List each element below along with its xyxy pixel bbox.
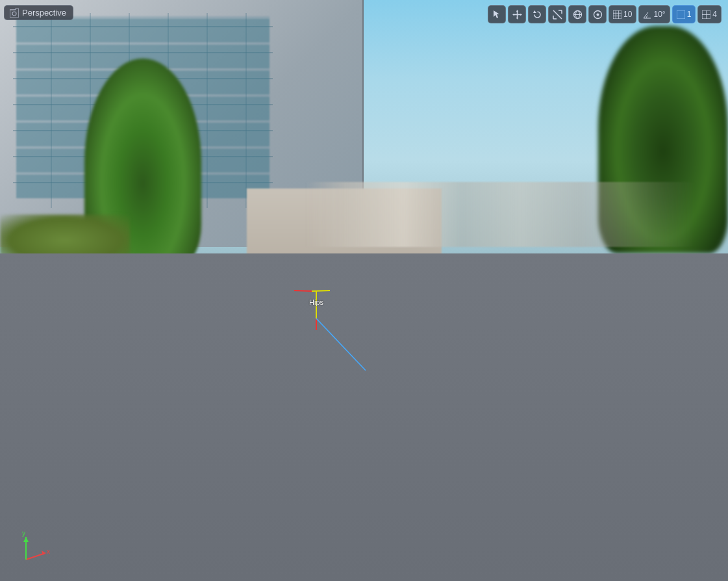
svg-rect-20 <box>613 10 621 19</box>
rotate-icon <box>533 10 542 19</box>
rotate-tool-button[interactable] <box>528 5 546 23</box>
viewport4-button[interactable]: 4 <box>697 5 722 23</box>
perspective-label[interactable]: Perspective <box>4 5 73 20</box>
svg-point-19 <box>596 13 599 16</box>
angle-value: 10° <box>653 10 665 19</box>
toolbar: 10 10° 1 4 <box>488 5 722 23</box>
world-space-button[interactable] <box>568 5 586 23</box>
axis-gizmo: x y <box>13 530 52 569</box>
pivot-button[interactable] <box>588 5 607 23</box>
camera-icon <box>10 8 19 18</box>
svg-line-10 <box>553 10 562 19</box>
viewport-3d[interactable]: Perspective <box>0 0 728 581</box>
svg-text:x: x <box>47 548 50 555</box>
svg-marker-8 <box>520 14 522 16</box>
angle-icon <box>643 10 651 19</box>
svg-text:y: y <box>22 530 25 537</box>
svg-line-26 <box>644 12 648 18</box>
svg-point-1 <box>12 12 16 16</box>
svg-marker-6 <box>516 18 518 19</box>
svg-line-37 <box>26 553 45 560</box>
viewport1-label: 1 <box>687 10 692 19</box>
move-tool-button[interactable] <box>508 5 526 23</box>
scene-outdoor <box>0 0 728 266</box>
viewport4-icon <box>702 10 710 19</box>
world-icon <box>573 10 583 19</box>
viewport1-button[interactable]: 1 <box>672 5 696 23</box>
grid-button[interactable]: 10 <box>609 5 636 23</box>
scale-tool-button[interactable] <box>548 5 566 23</box>
svg-rect-27 <box>677 10 685 19</box>
svg-marker-2 <box>494 10 499 18</box>
move-icon <box>512 10 522 19</box>
svg-marker-9 <box>533 10 536 13</box>
svg-marker-5 <box>516 10 518 12</box>
viewport4-label: 4 <box>712 10 717 19</box>
perspective-text: Perspective <box>22 8 66 18</box>
cursor-icon <box>492 10 501 19</box>
pivot-icon <box>593 10 603 19</box>
svg-marker-7 <box>512 14 514 16</box>
svg-marker-41 <box>23 537 29 542</box>
grid-value: 10 <box>623 10 632 19</box>
svg-marker-0 <box>10 8 19 18</box>
grid-icon <box>613 10 621 19</box>
scale-icon <box>553 10 562 19</box>
viewport1-icon <box>677 10 685 19</box>
scene-background <box>0 0 728 581</box>
cars-area <box>306 182 696 247</box>
select-tool-button[interactable] <box>488 5 506 23</box>
scene-floor <box>0 253 728 581</box>
angle-button[interactable]: 10° <box>638 5 670 23</box>
